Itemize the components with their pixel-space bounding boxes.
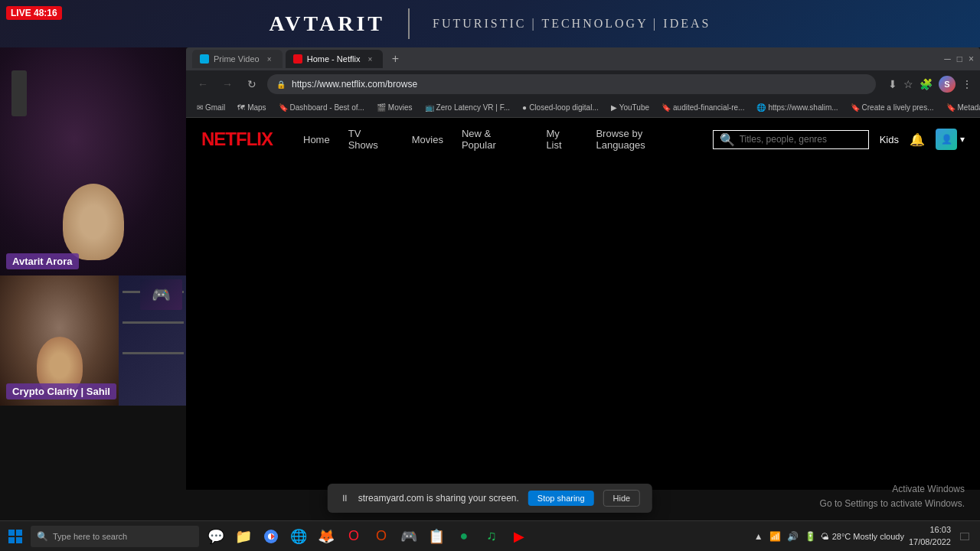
bookmark-label-maps: Maps — [247, 103, 266, 112]
bookmark-audited[interactable]: 🔖 audited-financial-re... — [657, 102, 749, 113]
taskbar-office[interactable]: O — [369, 524, 394, 549]
taskbar-app7[interactable]: 🎮 — [397, 524, 421, 549]
start-button[interactable] — [0, 521, 31, 552]
taskbar-app9[interactable]: ● — [452, 524, 476, 549]
live-label: LIVE — [11, 8, 34, 18]
bookmark-icon-4: 🔖 — [946, 103, 956, 112]
globe-icon: 🌐 — [756, 103, 766, 112]
banner-tagline: FUTURISTIC | TECHNOLOGY | IDEAS — [433, 17, 710, 31]
bookmark-shalim[interactable]: 🌐 https://www.shalim... — [752, 102, 842, 113]
lock-icon: 🔒 — [276, 80, 286, 89]
taskbar-clock[interactable]: 16:03 17/08/2022 — [909, 524, 951, 548]
screen-share-toast: ⏸ streamyard.com is sharing your screen.… — [328, 484, 652, 513]
taskbar-app11[interactable]: ▶ — [507, 524, 531, 549]
reload-button[interactable]: ↻ — [243, 78, 261, 90]
netflix-main-content — [186, 161, 980, 490]
tab-close-prime[interactable]: × — [264, 54, 275, 64]
tab-close-netflix[interactable]: × — [364, 54, 375, 64]
forward-button[interactable]: → — [218, 78, 237, 90]
netflix-nav-home[interactable]: Home — [303, 134, 330, 145]
top-banner: AVTARIT FUTURISTIC | TECHNOLOGY | IDEAS — [0, 0, 980, 47]
hide-button[interactable]: Hide — [603, 490, 641, 507]
bookmark-dashboard[interactable]: 🔖 Dashboard - Best of... — [274, 102, 369, 113]
live-timer: 48:16 — [34, 8, 57, 18]
bookmark-gmail[interactable]: ✉ Gmail — [192, 102, 230, 113]
netflix-profile-chevron: ▾ — [960, 134, 965, 145]
download-icon[interactable]: ⬇ — [888, 78, 897, 90]
bookmark-zero-latency[interactable]: 📺 Zero Latency VR | F... — [420, 102, 515, 113]
netflix-search-input[interactable] — [740, 134, 862, 145]
taskbar-chrome[interactable] — [259, 524, 283, 549]
close-button[interactable]: × — [969, 54, 974, 64]
back-button[interactable]: ← — [194, 78, 212, 90]
netflix-kids-button[interactable]: Kids — [880, 134, 899, 145]
activate-windows-watermark: Activate Windows Go to Settings to activ… — [820, 482, 965, 511]
taskbar-cortana[interactable]: 💬 — [204, 524, 228, 549]
netflix-notifications-bell[interactable]: 🔔 — [910, 132, 925, 147]
browser-window: Prime Video × Home - Netflix × + ─ □ × ←… — [186, 47, 980, 490]
taskbar-app8[interactable]: 📋 — [424, 524, 449, 549]
address-bar-row: ← → ↻ 🔒 https://www.netflix.com/browse ⬇… — [186, 70, 980, 98]
camera-panel-sahil: 🎮 Crypto Clarity | Sahil — [0, 276, 186, 406]
bookmark-icon-3: 🔖 — [851, 103, 860, 112]
bookmark-youtube[interactable]: ▶ YouTube — [606, 102, 654, 113]
bookmark-label-movies: Movies — [388, 103, 413, 112]
bookmark-maps[interactable]: 🗺 Maps — [233, 102, 270, 113]
taskbar-opera[interactable]: O — [341, 524, 366, 549]
star-icon[interactable]: ☆ — [903, 78, 913, 90]
netflix-nav-browse[interactable]: Browse by Languages — [596, 128, 694, 151]
weather-widget[interactable]: 🌤 28°C Mostly cloudy — [821, 532, 904, 541]
bookmark-label-audited: audited-financial-re... — [673, 103, 744, 112]
activate-subtitle: Go to Settings to activate Windows. — [820, 497, 965, 511]
browser-tabs-bar: Prime Video × Home - Netflix × + ─ □ × — [186, 47, 980, 70]
battery-icon[interactable]: 🔋 — [805, 531, 816, 542]
netflix-nav-mylist[interactable]: My List — [546, 128, 577, 151]
profile-circle[interactable]: S — [939, 76, 956, 93]
netflix-content-area: NETFLIX Home TV Shows Movies New & Popul… — [186, 118, 980, 490]
taskbar-search-icon: 🔍 — [37, 531, 48, 542]
taskbar-app10[interactable]: ♫ — [479, 524, 504, 549]
gmail-icon: ✉ — [197, 103, 203, 112]
more-menu-icon[interactable]: ⋮ — [962, 78, 972, 90]
favicon-prime — [200, 54, 209, 64]
dot-icon: ● — [522, 103, 527, 112]
name-label-sahil: Crypto Clarity | Sahil — [6, 383, 116, 399]
window-controls: ─ □ × — [944, 54, 974, 64]
tab-label-prime: Prime Video — [214, 54, 260, 64]
address-url: https://www.netflix.com/browse — [292, 79, 417, 90]
volume-icon[interactable]: 🔊 — [787, 531, 799, 542]
netflix-nav-new[interactable]: New & Popular — [462, 128, 528, 151]
taskbar-firefox[interactable]: 🦊 — [314, 524, 338, 549]
stop-sharing-button[interactable]: Stop sharing — [528, 491, 594, 506]
tab-netflix[interactable]: Home - Netflix × — [286, 50, 384, 68]
netflix-nav-movies[interactable]: Movies — [412, 134, 443, 145]
network-icon[interactable]: 📶 — [769, 531, 781, 542]
extensions-icon[interactable]: 🧩 — [920, 78, 933, 90]
bookmark-label-closed: Closed-loop digital... — [529, 103, 599, 112]
bookmark-label-gmail: Gmail — [205, 103, 225, 112]
bookmark-movies[interactable]: 🎬 Movies — [372, 102, 417, 113]
bookmark-create[interactable]: 🔖 Create a lively pres... — [846, 102, 939, 113]
maximize-button[interactable]: □ — [957, 54, 962, 64]
address-field[interactable]: 🔒 https://www.netflix.com/browse — [267, 74, 876, 94]
tab-prime-video[interactable]: Prime Video × — [192, 50, 283, 68]
netflix-search-box[interactable]: 🔍 — [713, 130, 869, 149]
movies-icon: 🎬 — [377, 103, 386, 112]
netflix-header: NETFLIX Home TV Shows Movies New & Popul… — [186, 118, 980, 161]
taskbar-edge[interactable]: 🌐 — [286, 524, 311, 549]
activate-title: Activate Windows — [820, 482, 965, 497]
bookmark-label-zero: Zero Latency VR | F... — [436, 103, 511, 112]
bookmark-closed-loop[interactable]: ● Closed-loop digital... — [518, 102, 603, 113]
taskbar-explorer[interactable]: 📁 — [231, 524, 256, 549]
tray-icon-1[interactable]: ▲ — [754, 531, 763, 542]
minimize-button[interactable]: ─ — [944, 54, 951, 64]
taskbar-search[interactable]: 🔍 Type here to search — [31, 526, 199, 547]
netflix-profile[interactable]: 👤 ▾ — [936, 129, 965, 150]
system-tray-icons: ▲ 📶 🔊 🔋 — [754, 531, 816, 542]
netflix-nav-tvshows[interactable]: TV Shows — [348, 128, 394, 151]
bookmark-metadata[interactable]: 🔖 Metadata schema... — [942, 102, 981, 113]
new-tab-button[interactable]: + — [386, 50, 404, 68]
show-desktop-icon — [960, 533, 969, 540]
taskbar-right: ▲ 📶 🔊 🔋 🌤 28°C Mostly cloudy 16:03 17/08… — [748, 524, 980, 548]
show-desktop-button[interactable] — [956, 527, 974, 546]
